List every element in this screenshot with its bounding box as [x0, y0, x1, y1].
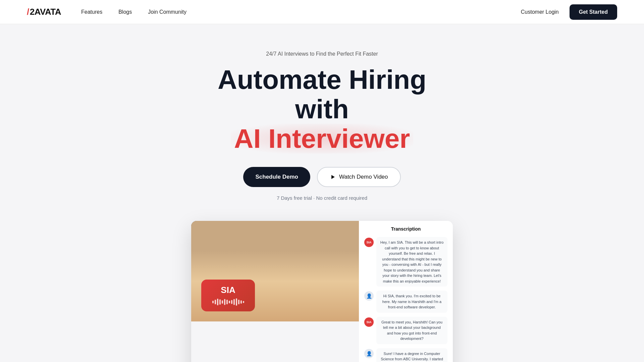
transcription-title: Transcription	[364, 226, 447, 232]
waveform-bar	[212, 301, 214, 303]
waveform-bar	[229, 301, 230, 303]
customer-login-link[interactable]: Customer Login	[521, 9, 559, 15]
sia-label: SIA	[208, 285, 248, 295]
transcript-text-0: Hey, I am SIA. This will be a short intr…	[376, 237, 447, 287]
waveform-bar	[231, 300, 232, 304]
hero-buttons: Schedule Demo Watch Demo Video	[243, 167, 400, 187]
nav-blogs[interactable]: Blogs	[118, 9, 132, 15]
waveform-bar	[238, 300, 239, 304]
hero-title: Automate Hiring with AI Interviewer	[218, 65, 426, 154]
hero-subtext: 7 Days free trial · No credit card requi…	[277, 195, 367, 201]
waveform-bar	[219, 299, 221, 305]
hero-section: 24/7 AI Interviews to Find the Perfect F…	[0, 24, 644, 362]
logo[interactable]: /2AVATA	[27, 7, 61, 17]
demo-container: SIA	[191, 221, 453, 362]
transcript-text-3: Sure! I have a degree in Computer Scienc…	[376, 348, 447, 362]
watch-video-button[interactable]: Watch Demo Video	[317, 167, 401, 187]
transcript-message-0: SIA Hey, I am SIA. This will be a short …	[364, 237, 447, 287]
waveform-bar	[233, 299, 235, 305]
transcript-message-2: SIA Great to meet you, Harshith! Can you…	[364, 317, 447, 344]
hero-tagline: 24/7 AI Interviews to Find the Perfect F…	[266, 51, 378, 57]
waveform-bar	[243, 301, 244, 303]
transcript-avatar-sia-0: SIA	[364, 238, 374, 247]
waveform-bar	[236, 298, 237, 306]
transcript-avatar-human-1	[364, 291, 374, 301]
waveform-bar	[217, 299, 218, 305]
demo-video: SIA	[191, 221, 359, 321]
demo-transcription: Transcription SIA Hey, I am SIA. This wi…	[359, 221, 453, 362]
navbar: /2AVATA Features Blogs Join Community Cu…	[0, 0, 644, 24]
watch-video-label: Watch Demo Video	[339, 174, 388, 180]
nav-right: Customer Login Get Started	[521, 4, 617, 20]
sia-waveform	[208, 298, 248, 306]
transcript-avatar-human-3	[364, 349, 374, 358]
transcript-text-1: Hi SIA, thank you. I'm excited to be her…	[376, 291, 447, 313]
svg-marker-0	[331, 175, 335, 179]
schedule-demo-button[interactable]: Schedule Demo	[243, 167, 310, 187]
transcript-message-1: Hi SIA, thank you. I'm excited to be her…	[364, 291, 447, 313]
nav-links: Features Blogs Join Community	[81, 9, 521, 15]
hero-title-ai: AI Interviewer	[231, 124, 414, 154]
hero-title-line2: with	[295, 94, 349, 124]
waveform-bar	[224, 299, 225, 305]
transcript-avatar-sia-2: SIA	[364, 317, 374, 327]
sia-overlay: SIA	[201, 280, 255, 311]
transcript-text-2: Great to meet you, Harshith! Can you tel…	[376, 317, 447, 344]
waveform-bar	[226, 300, 228, 304]
waveform-bar	[222, 300, 223, 304]
get-started-button[interactable]: Get Started	[570, 4, 617, 20]
waveform-bar	[215, 300, 216, 304]
transcript-message-3: Sure! I have a degree in Computer Scienc…	[364, 348, 447, 362]
nav-join-community[interactable]: Join Community	[148, 9, 186, 15]
nav-features[interactable]: Features	[81, 9, 102, 15]
logo-slash: /	[27, 7, 29, 17]
waveform-bar	[240, 300, 242, 304]
hero-title-line1: Automate Hiring	[218, 65, 426, 95]
logo-name: 2AVATA	[30, 7, 61, 17]
play-icon	[330, 174, 336, 180]
